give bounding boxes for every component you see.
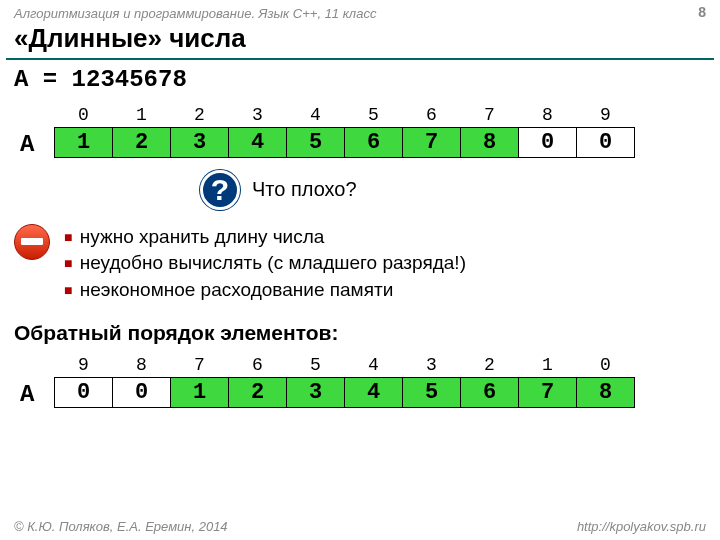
index-cell: 1 (113, 103, 171, 127)
array-cell: 7 (519, 377, 577, 407)
index-cell: 8 (113, 353, 171, 377)
array-cell: 5 (287, 127, 345, 157)
array-cell: 8 (577, 377, 635, 407)
array-cell: 4 (229, 127, 287, 157)
copyright: © К.Ю. Поляков, Е.А. Еремин, 2014 (14, 519, 228, 534)
subheading: Обратный порядок элементов: (0, 317, 720, 353)
index-cell: 5 (287, 353, 345, 377)
array-label-1: A (20, 131, 34, 158)
index-cell: 9 (577, 103, 635, 127)
array-cell: 1 (171, 377, 229, 407)
bullet-item: ■ неэкономное расходование памяти (64, 277, 466, 304)
array-cell: 0 (113, 377, 171, 407)
page-number: 8 (698, 4, 706, 20)
index-cell: 2 (171, 103, 229, 127)
course-header: Алгоритмизация и программирование. Язык … (0, 0, 720, 21)
index-cell: 3 (403, 353, 461, 377)
index-cell: 7 (461, 103, 519, 127)
array-cell: 0 (55, 377, 113, 407)
array-table-1: A 01234567891234567800 (0, 103, 720, 158)
index-cell: 8 (519, 103, 577, 127)
equation: A = 12345678 (0, 66, 720, 103)
bullet-item: ■ нужно хранить длину числа (64, 224, 466, 251)
index-cell: 0 (55, 103, 113, 127)
bullets-block: ■ нужно хранить длину числа■ неудобно вы… (0, 220, 720, 318)
array-cell: 4 (345, 377, 403, 407)
divider (6, 58, 714, 60)
array-cell: 2 (113, 127, 171, 157)
array-table-2: A 98765432100012345678 (0, 353, 720, 408)
index-cell: 3 (229, 103, 287, 127)
index-cell: 0 (577, 353, 635, 377)
array-cell: 0 (577, 127, 635, 157)
index-cell: 5 (345, 103, 403, 127)
stop-icon (14, 224, 50, 260)
bullet-list: ■ нужно хранить длину числа■ неудобно вы… (64, 224, 466, 304)
array-cell: 1 (55, 127, 113, 157)
slide-title: «Длинные» числа (0, 21, 720, 58)
index-cell: 6 (403, 103, 461, 127)
array-cell: 6 (345, 127, 403, 157)
index-cell: 6 (229, 353, 287, 377)
index-cell: 4 (345, 353, 403, 377)
question-row: ? Что плохо? (0, 158, 720, 220)
index-cell: 4 (287, 103, 345, 127)
array-cell: 7 (403, 127, 461, 157)
array-cell: 0 (519, 127, 577, 157)
array-cell: 3 (287, 377, 345, 407)
index-cell: 7 (171, 353, 229, 377)
url: http://kpolyakov.spb.ru (577, 519, 706, 534)
array-cell: 2 (229, 377, 287, 407)
array-cell: 5 (403, 377, 461, 407)
footer: © К.Ю. Поляков, Е.А. Еремин, 2014 http:/… (0, 519, 720, 534)
question-text: Что плохо? (252, 178, 357, 201)
array-cell: 6 (461, 377, 519, 407)
index-cell: 9 (55, 353, 113, 377)
array-cell: 3 (171, 127, 229, 157)
bullet-item: ■ неудобно вычислять (с младшего разряда… (64, 250, 466, 277)
index-cell: 1 (519, 353, 577, 377)
array-cell: 8 (461, 127, 519, 157)
question-mark-icon: ? (200, 170, 240, 210)
index-cell: 2 (461, 353, 519, 377)
array-label-2: A (20, 381, 34, 408)
